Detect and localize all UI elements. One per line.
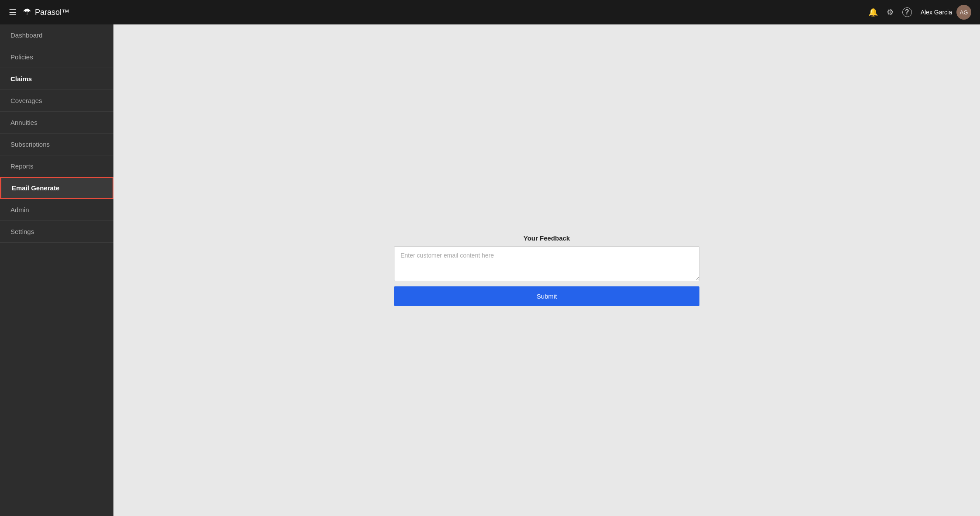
feedback-textarea[interactable] — [394, 246, 699, 281]
sidebar-item-email-generate[interactable]: Email Generate — [0, 177, 113, 199]
submit-button[interactable]: Submit — [394, 286, 699, 306]
sidebar-item-dashboard[interactable]: Dashboard — [0, 24, 113, 46]
sidebar-item-admin[interactable]: Admin — [0, 199, 113, 221]
topbar: ☰ ☂ Parasol™ 🔔 ⚙ ? Alex Garcia AG — [0, 0, 980, 24]
form-title: Your Feedback — [524, 234, 570, 242]
user-name: Alex Garcia — [921, 9, 952, 16]
user-avatar: AG — [956, 5, 971, 20]
layout: DashboardPoliciesClaimsCoveragesAnnuitie… — [0, 24, 980, 516]
sidebar-item-settings[interactable]: Settings — [0, 221, 113, 243]
umbrella-icon: ☂ — [23, 7, 31, 18]
form-container: Your Feedback Submit — [394, 234, 699, 306]
topbar-right: 🔔 ⚙ ? Alex Garcia AG — [868, 5, 971, 20]
sidebar-item-subscriptions[interactable]: Subscriptions — [0, 134, 113, 155]
sidebar-item-policies[interactable]: Policies — [0, 46, 113, 68]
sidebar-item-coverages[interactable]: Coverages — [0, 90, 113, 112]
logo-text: Parasol™ — [35, 8, 69, 17]
sidebar-item-claims[interactable]: Claims — [0, 68, 113, 90]
user-info[interactable]: Alex Garcia AG — [921, 5, 971, 20]
logo-container: ☂ Parasol™ — [23, 7, 69, 18]
sidebar: DashboardPoliciesClaimsCoveragesAnnuitie… — [0, 24, 113, 516]
hamburger-icon[interactable]: ☰ — [9, 7, 17, 17]
sidebar-item-annuities[interactable]: Annuities — [0, 112, 113, 134]
settings-icon[interactable]: ⚙ — [887, 7, 894, 17]
sidebar-item-reports[interactable]: Reports — [0, 155, 113, 177]
topbar-left: ☰ ☂ Parasol™ — [9, 7, 69, 18]
bell-icon[interactable]: 🔔 — [868, 7, 878, 17]
main-content: Your Feedback Submit — [113, 24, 980, 516]
help-icon[interactable]: ? — [902, 7, 912, 17]
